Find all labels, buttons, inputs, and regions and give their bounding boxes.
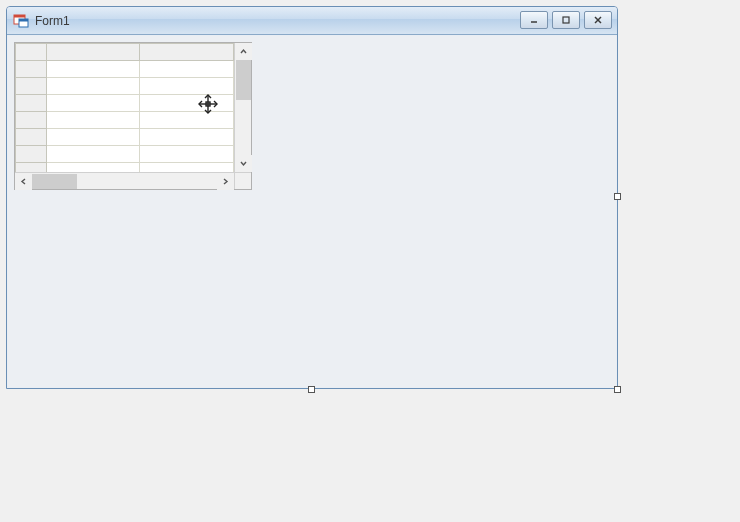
scroll-corner [234, 172, 251, 189]
grid-row-header[interactable] [16, 61, 47, 78]
client-area [8, 36, 616, 387]
maximize-button[interactable] [552, 11, 580, 29]
scroll-thumb[interactable] [32, 174, 77, 189]
grid-cell[interactable] [46, 129, 140, 146]
svg-rect-1 [14, 15, 25, 18]
grid-row-header[interactable] [16, 95, 47, 112]
grid-cell[interactable] [46, 146, 140, 163]
window-title: Form1 [35, 14, 70, 28]
grid-viewport [15, 43, 234, 172]
scroll-thumb[interactable] [236, 60, 251, 100]
selection-handle-right[interactable] [614, 193, 621, 200]
grid-cell[interactable] [140, 163, 234, 173]
grid-cell[interactable] [140, 78, 234, 95]
svg-rect-3 [19, 19, 28, 22]
close-button[interactable] [584, 11, 612, 29]
grid-cell[interactable] [46, 95, 140, 112]
grid-cell[interactable] [46, 61, 140, 78]
form-icon [13, 13, 29, 29]
selection-handle-bottom[interactable] [308, 386, 315, 393]
grid-cell[interactable] [140, 146, 234, 163]
grid-cell[interactable] [140, 61, 234, 78]
minimize-button[interactable] [520, 11, 548, 29]
grid-column-header[interactable] [46, 44, 140, 61]
grid-cell[interactable] [46, 163, 140, 173]
scroll-up-button[interactable] [235, 43, 252, 60]
vertical-scrollbar[interactable] [234, 43, 251, 172]
titlebar[interactable]: Form1 [7, 7, 617, 35]
grid-row-header[interactable] [16, 163, 47, 173]
grid-cell[interactable] [140, 112, 234, 129]
scroll-left-button[interactable] [15, 173, 32, 190]
grid-row-header[interactable] [16, 78, 47, 95]
selection-handle-corner[interactable] [614, 386, 621, 393]
grid-column-header[interactable] [140, 44, 234, 61]
form-window: Form1 [6, 6, 618, 389]
grid-row-header[interactable] [16, 146, 47, 163]
grid-table [15, 43, 234, 172]
grid-corner-cell[interactable] [16, 44, 47, 61]
horizontal-scrollbar[interactable] [15, 172, 234, 189]
grid-cell[interactable] [46, 112, 140, 129]
grid-cell[interactable] [140, 129, 234, 146]
datagridview[interactable] [14, 42, 252, 190]
grid-cell[interactable] [46, 78, 140, 95]
grid-row-header[interactable] [16, 129, 47, 146]
scroll-down-button[interactable] [235, 155, 252, 172]
grid-cell[interactable] [140, 95, 234, 112]
grid-row-header[interactable] [16, 112, 47, 129]
window-buttons [520, 11, 612, 29]
scroll-right-button[interactable] [217, 173, 234, 190]
svg-rect-5 [563, 17, 569, 23]
